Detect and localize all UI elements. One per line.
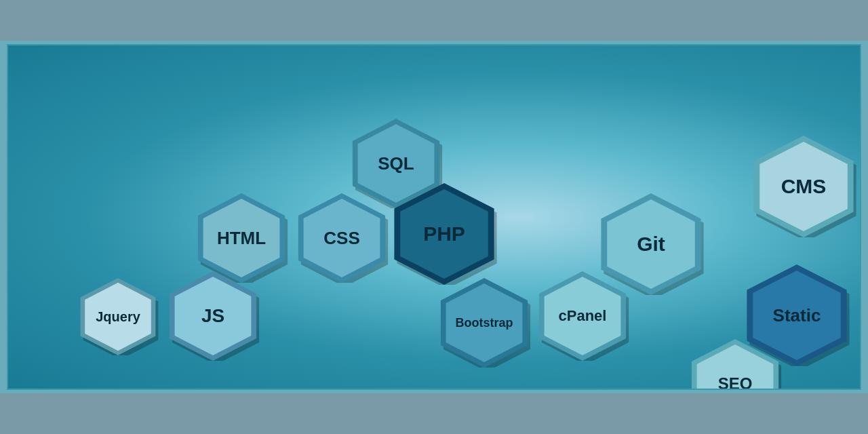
outer-frame: Jquery JS HTML CSS	[0, 0, 868, 434]
main-area: Jquery JS HTML CSS	[7, 44, 861, 390]
hex-label-seo: SEO	[718, 374, 753, 390]
hex-label-cpanel: cPanel	[559, 307, 607, 325]
hex-label-html: HTML	[217, 228, 266, 249]
hex-label-cms: CMS	[781, 175, 827, 198]
hexagon-container: Jquery JS HTML CSS	[27, 54, 841, 380]
hex-label-jquery: Jquery	[96, 309, 140, 325]
hex-static: Static	[739, 264, 854, 366]
hex-label-static: Static	[773, 305, 821, 326]
hex-label-sql: SQL	[378, 153, 414, 174]
hex-label-php: PHP	[423, 222, 465, 245]
hex-jquery: Jquery	[75, 278, 161, 355]
hex-bootstrap: Bootstrap	[434, 278, 534, 368]
hex-html: HTML	[191, 193, 292, 283]
hex-cms: CMS	[746, 136, 861, 237]
hex-label-css: CSS	[323, 228, 359, 249]
hex-php: PHP	[387, 183, 502, 285]
hex-label-git: Git	[637, 233, 665, 256]
hex-label-js: JS	[201, 305, 224, 327]
hex-label-bootstrap: Bootstrap	[456, 316, 513, 330]
hex-git: Git	[593, 193, 709, 295]
hex-js: JS	[163, 271, 263, 361]
